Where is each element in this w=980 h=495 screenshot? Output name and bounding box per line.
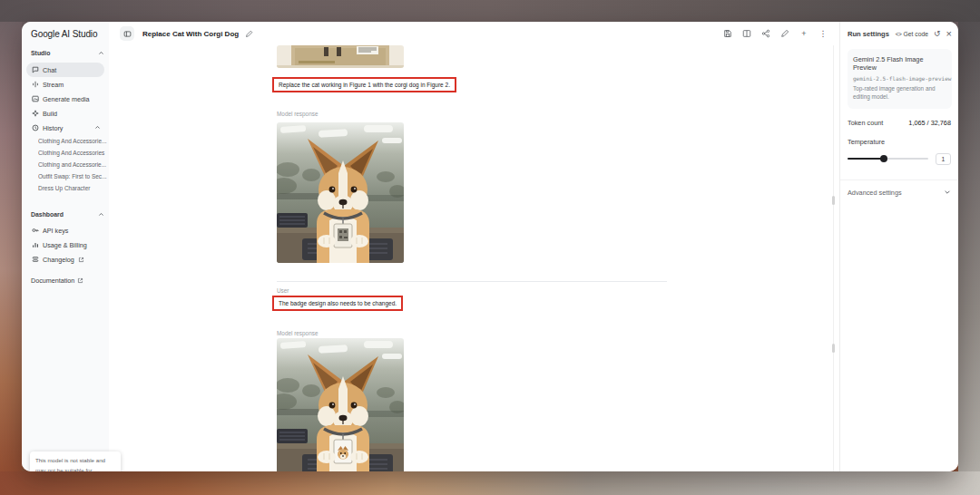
temperature-label: Temperature <box>848 138 951 146</box>
model-response-label: Model response <box>277 111 318 117</box>
key-icon <box>32 227 39 234</box>
sidebar: Google AI Studio Studio Chat Stream Gene… <box>22 22 109 471</box>
sidebar-item-chat[interactable]: Chat <box>26 63 104 77</box>
sidebar-item-documentation[interactable]: Documentation <box>31 277 83 285</box>
background-desert <box>0 471 980 495</box>
model-response-image-corgi-2[interactable] <box>277 338 404 471</box>
chevron-up-icon[interactable] <box>98 50 104 56</box>
external-link-icon <box>77 277 83 284</box>
sidebar-item-api-keys[interactable]: API keys <box>26 223 104 238</box>
token-count-row: Token count 1,065 / 32,768 <box>840 119 958 127</box>
panel-resize-handle[interactable] <box>832 344 835 353</box>
edit-title-icon[interactable] <box>245 30 253 38</box>
history-item[interactable]: Clothing And Accessorie... <box>38 136 107 146</box>
background-sky <box>0 0 980 22</box>
bar-chart-icon <box>32 241 39 248</box>
chat-toolbar: + ⋮ <box>722 28 828 39</box>
run-settings-header: Run settings <> Get code ↺ × <box>840 22 958 45</box>
run-settings-panel: Run settings <> Get code ↺ × Gemini 2.5 … <box>839 22 958 471</box>
model-selector-card[interactable]: Gemini 2.5 Flash Image Preview gemini-2.… <box>848 49 952 109</box>
history-item[interactable]: Clothing And Accessories <box>38 148 107 158</box>
chevron-down-icon <box>944 189 951 196</box>
app-window: Google AI Studio Studio Chat Stream Gene… <box>22 22 958 471</box>
chat-main: Replace Cat With Corgi Dog + ⋮ <box>109 22 839 471</box>
chat-icon <box>32 66 39 73</box>
close-panel-icon[interactable]: × <box>946 29 952 39</box>
slider-fill <box>848 158 884 160</box>
share-icon[interactable] <box>760 28 771 39</box>
background-right-edge <box>958 22 980 471</box>
slider-thumb[interactable] <box>880 155 887 162</box>
model-description: Top-rated image generation and editing m… <box>853 85 946 102</box>
temperature-block: Temperature 1 <box>840 138 958 165</box>
attached-image-box[interactable] <box>277 45 404 68</box>
token-count-value: 1,065 / 32,768 <box>908 119 951 127</box>
scrollbar-track[interactable] <box>833 45 834 471</box>
save-icon[interactable] <box>722 28 733 39</box>
compare-icon[interactable] <box>741 28 752 39</box>
model-name: Gemini 2.5 Flash Image Preview <box>853 55 946 72</box>
model-warning-tooltip: This model is not stable and may not be … <box>30 451 121 471</box>
chat-title: Replace Cat With Corgi Dog <box>142 30 239 38</box>
history-item[interactable]: Outfit Swap: First to Sec... <box>38 171 107 181</box>
sidebar-item-generate-media[interactable]: Generate media <box>26 92 104 106</box>
model-id: gemini-2.5-flash-image-preview <box>853 75 946 82</box>
external-link-icon <box>78 257 84 263</box>
app-logo: Google AI Studio <box>31 29 97 39</box>
code-icon: <> <box>896 31 902 37</box>
user-label: User <box>277 287 289 294</box>
background-left-edge <box>0 22 22 471</box>
token-count-label: Token count <box>848 119 883 127</box>
get-code-button[interactable]: <> Get code <box>896 31 928 37</box>
sidebar-item-stream[interactable]: Stream <box>26 77 104 92</box>
advanced-settings-toggle[interactable]: Advanced settings <box>840 180 958 205</box>
temperature-slider[interactable] <box>848 158 928 160</box>
history-item[interactable]: Clothing and Accessorie... <box>38 160 107 170</box>
chevron-up-icon[interactable] <box>94 124 101 131</box>
edit-prompt-icon[interactable] <box>779 28 790 39</box>
sidebar-section-studio[interactable]: Studio <box>31 50 50 56</box>
temperature-value-input[interactable]: 1 <box>936 153 951 165</box>
chevron-up-icon[interactable] <box>98 211 104 218</box>
model-response-label: Model response <box>277 330 318 336</box>
media-icon <box>32 95 39 102</box>
more-options-icon[interactable]: ⋮ <box>818 28 828 39</box>
user-message-highlighted[interactable]: The badge design also needs to be change… <box>272 296 403 311</box>
user-message-highlighted[interactable]: Replace the cat working in Figure 1 with… <box>272 77 456 92</box>
turn-divider <box>277 281 667 282</box>
stream-icon <box>32 81 39 88</box>
sidebar-section-dashboard[interactable]: Dashboard <box>31 211 64 218</box>
history-icon <box>32 124 39 131</box>
sidebar-item-changelog[interactable]: Changelog <box>26 252 104 267</box>
run-settings-title: Run settings <box>848 30 889 38</box>
sidebar-item-history[interactable]: History <box>26 121 104 135</box>
model-response-image-corgi-1[interactable] <box>277 122 404 263</box>
build-icon <box>32 110 39 117</box>
history-item[interactable]: Dress Up Character <box>38 183 107 193</box>
scrollbar-handle[interactable] <box>832 196 835 205</box>
sidebar-item-build[interactable]: Build <box>26 106 104 121</box>
collapse-panel-icon[interactable] <box>120 26 134 41</box>
chat-header: Replace Cat With Corgi Dog + ⋮ <box>109 22 839 45</box>
changelog-icon <box>32 256 39 263</box>
add-icon[interactable]: + <box>799 28 809 39</box>
sidebar-item-usage-billing[interactable]: Usage & Billing <box>26 238 104 252</box>
reset-settings-icon[interactable]: ↺ <box>934 30 941 38</box>
